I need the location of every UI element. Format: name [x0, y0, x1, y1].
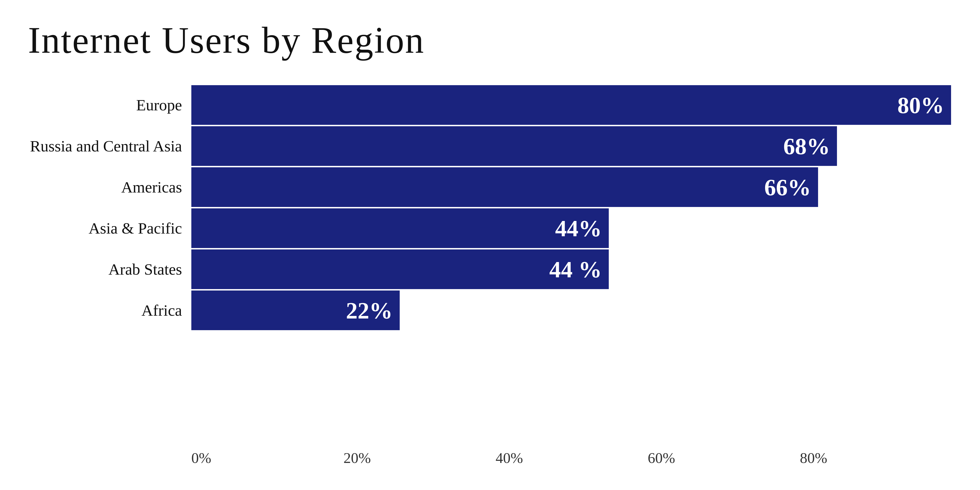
- bar-container: 22%: [191, 291, 952, 330]
- bar-container: 44 %: [191, 250, 952, 289]
- bar-value: 66%: [764, 174, 811, 200]
- x-axis-tick: 40%: [496, 449, 648, 467]
- bar-value: 80%: [897, 92, 944, 119]
- x-axis-tick: 0%: [191, 449, 344, 467]
- bar-label: Asia & Pacific: [28, 219, 191, 237]
- bar: 68%: [191, 126, 838, 166]
- bar-container: 66%: [191, 167, 952, 207]
- bar-value: 22%: [346, 297, 393, 324]
- bar-container: 80%: [191, 85, 952, 125]
- bar-container: 68%: [191, 126, 952, 166]
- bar: 22%: [191, 291, 401, 330]
- bar: 44 %: [191, 250, 610, 289]
- bar-row: Russia and Central Asia68%: [28, 125, 952, 166]
- x-axis-tick: 20%: [344, 449, 496, 467]
- chart-area: Europe80%Russia and Central Asia68%Ameri…: [28, 85, 952, 467]
- bar-label: Americas: [28, 178, 191, 196]
- bar-row: Arab States44 %: [28, 248, 952, 289]
- chart-title: Internet Users by Region: [28, 19, 952, 62]
- bar-row: Africa22%: [28, 289, 952, 330]
- bar: 80%: [191, 85, 952, 125]
- bar-row: Europe80%: [28, 85, 952, 125]
- bar: 44%: [191, 208, 610, 248]
- bar-row: Asia & Pacific44%: [28, 207, 952, 248]
- x-axis: 0%20%40%60%80%: [191, 449, 952, 467]
- bar-value: 68%: [783, 133, 830, 160]
- x-axis-tick: 60%: [648, 449, 800, 467]
- bar-container: 44%: [191, 208, 952, 248]
- bar-label: Africa: [28, 301, 191, 320]
- bar-value: 44 %: [549, 256, 602, 283]
- bar-label: Europe: [28, 96, 191, 115]
- bar-label: Russia and Central Asia: [28, 137, 191, 155]
- bar-value: 44%: [555, 215, 602, 242]
- bars-container: Europe80%Russia and Central Asia68%Ameri…: [28, 85, 952, 330]
- x-axis-tick: 80%: [800, 449, 952, 467]
- bar-label: Arab States: [28, 260, 191, 278]
- bar: 66%: [191, 167, 819, 207]
- bar-row: Americas66%: [28, 166, 952, 207]
